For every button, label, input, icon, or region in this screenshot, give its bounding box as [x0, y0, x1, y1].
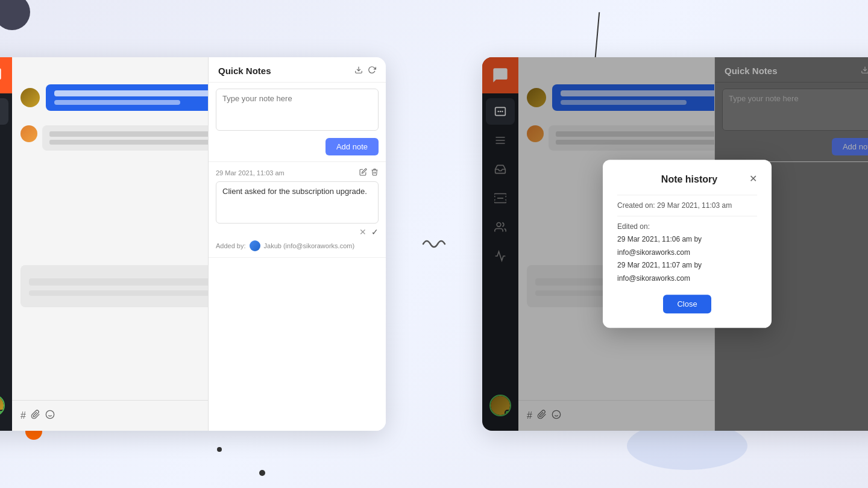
contact-avatar-1	[20, 88, 40, 107]
add-note-button-1[interactable]: Add note	[326, 138, 379, 155]
chat-area-1: Quick Notes Add note	[12, 57, 386, 431]
chat-bubble-icon	[0, 67, 2, 84]
sidebar-item-list[interactable]	[0, 127, 8, 154]
modal-title: Note history	[629, 174, 749, 185]
note-date-1: 29 Mar 2021, 11:03 am	[216, 169, 285, 177]
msg-line2	[49, 140, 226, 145]
note-history-modal: Note history ✕ Created on: 29 Mar 2021, …	[603, 160, 772, 328]
sidebar-nav-1	[0, 93, 8, 395]
online-status-dot-1	[0, 410, 4, 416]
sidebar-item-messages[interactable]	[0, 98, 8, 125]
notes-textarea-1[interactable]	[216, 89, 379, 131]
svg-point-11	[46, 410, 54, 418]
sidebar-logo-1[interactable]	[0, 57, 12, 93]
sidebar-item-inbox[interactable]	[0, 156, 8, 183]
bg-dot-2	[259, 470, 265, 476]
emoji-icon-1[interactable]	[45, 410, 55, 422]
connector-area	[422, 235, 446, 253]
chat-title-line2	[54, 100, 180, 105]
author-label-1: Added by:	[216, 242, 246, 249]
note-author-1: Added by: Jakub (info@sikoraworks.com)	[216, 240, 379, 251]
sidebar-item-contacts[interactable]	[0, 214, 8, 240]
notes-panel-title-1: Quick Notes	[218, 66, 271, 76]
note-meta-1: 29 Mar 2021, 11:03 am	[216, 168, 379, 178]
sidebar-1	[0, 57, 12, 431]
modal-edited-entry: 29 Mar 2021, 11:07 am by info@sikorawork…	[617, 260, 757, 286]
note-actions-1	[359, 168, 379, 178]
squiggle-icon	[422, 235, 446, 253]
app-panel-1: Quick Notes Add note	[0, 57, 386, 431]
notes-panel-1: Quick Notes Add note	[208, 57, 386, 431]
refresh-icon-1[interactable]	[368, 66, 376, 76]
modal-close-button[interactable]: ✕	[749, 174, 757, 184]
modal-divider-1	[617, 195, 757, 195]
confirm-edit-icon-1[interactable]: ✓	[371, 227, 379, 237]
panel-2-wrapper: Quick Notes Add note	[482, 57, 868, 431]
msg-avatar-1	[20, 125, 37, 142]
author-avatar-1	[250, 240, 260, 251]
note-entry-actions-1: ✕ ✓	[216, 227, 379, 237]
modal-created-label: Created on: 29 Mar 2021, 11:03 am	[617, 201, 757, 210]
cancel-edit-icon-1[interactable]: ✕	[359, 227, 366, 237]
modal-close-btn[interactable]: Close	[663, 295, 711, 314]
modal-edited-label: Edited on:	[617, 222, 757, 231]
delete-icon-1[interactable]	[371, 168, 379, 178]
modal-edited-entries: 29 Mar 2021, 11:06 am by info@sikorawork…	[617, 233, 757, 285]
notes-panel-header-1: Quick Notes	[209, 57, 386, 83]
sidebar-item-tickets[interactable]	[0, 185, 8, 211]
panels-container: Quick Notes Add note	[0, 0, 868, 488]
user-avatar-1	[0, 395, 5, 416]
note-text-1: Client asked for the subscription upgrad…	[216, 181, 379, 224]
modal-divider-2	[617, 216, 757, 216]
edit-icon-1[interactable]	[359, 168, 367, 178]
notes-input-area-1: Add note	[209, 83, 386, 162]
notes-header-icons-1	[354, 66, 376, 76]
app-panel-2: Quick Notes Add note	[482, 57, 868, 431]
modal-header: Note history ✕	[617, 174, 757, 185]
sidebar-item-analytics[interactable]	[0, 243, 8, 269]
panel-1-wrapper: Quick Notes Add note	[0, 57, 386, 431]
download-icon-1[interactable]	[354, 66, 363, 76]
modal-edited-entry: 29 Mar 2021, 11:06 am by info@sikorawork…	[617, 233, 757, 259]
hashtag-icon-1[interactable]: #	[20, 410, 26, 421]
author-name-1: Jakub (info@sikoraworks.com)	[264, 242, 355, 249]
note-entry-1: 29 Mar 2021, 11:03 am Client asked for	[209, 162, 386, 258]
bg-dot-1	[217, 447, 222, 452]
attachment-icon-1[interactable]	[31, 410, 40, 422]
